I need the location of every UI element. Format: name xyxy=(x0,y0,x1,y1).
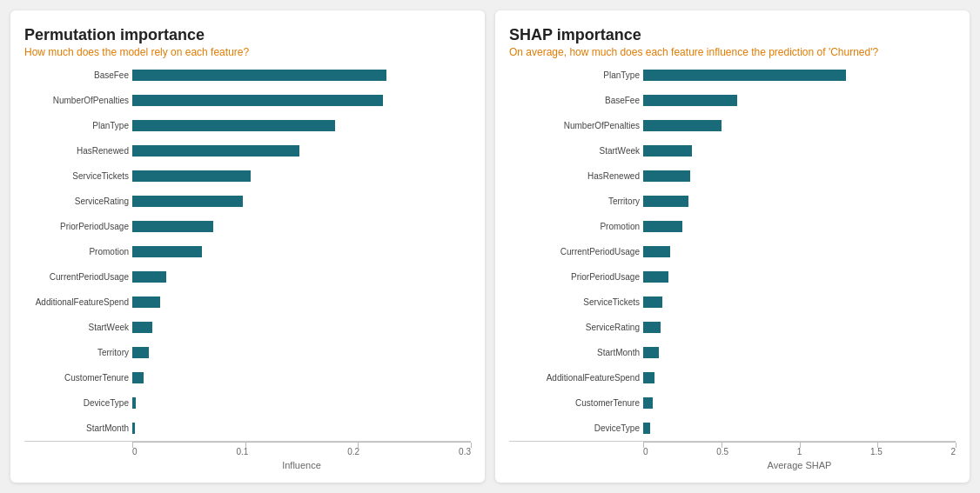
perm-bar-fill xyxy=(132,145,299,157)
perm-bar-fill xyxy=(132,347,149,358)
perm-bar-fill xyxy=(132,95,383,106)
shap-bar-row: ServiceRating xyxy=(509,320,956,336)
perm-bar-track xyxy=(132,221,471,232)
permutation-title-plain: Permutation xyxy=(24,26,120,43)
shap-bar-fill xyxy=(643,170,690,182)
perm-bar-label: ServiceRating xyxy=(24,197,129,206)
perm-bar-label: StartMonth xyxy=(24,423,129,433)
shap-bar-row: NumberOfPenalties xyxy=(509,117,956,133)
shap-bar-fill xyxy=(643,95,737,106)
shap-bar-fill xyxy=(643,271,668,283)
perm-bar-fill xyxy=(132,120,335,131)
perm-bar-label: StartWeek xyxy=(24,323,129,332)
perm-bar-label: PlanType xyxy=(24,121,129,130)
perm-x-tick-0: 0 xyxy=(132,447,138,456)
shap-bar-fill xyxy=(643,372,654,383)
perm-bar-track xyxy=(132,296,471,308)
perm-bar-row: StartWeek xyxy=(24,320,471,336)
perm-bar-fill xyxy=(132,296,160,308)
perm-bar-row: PriorPeriodUsage xyxy=(24,218,471,234)
shap-bar-row: StartMonth xyxy=(509,345,956,361)
shap-chart-area: PlanTypeBaseFeeNumberOfPenaltiesStartWee… xyxy=(509,67,956,470)
shap-bar-label: PlanType xyxy=(509,70,640,80)
permutation-bars: BaseFeeNumberOfPenaltiesPlanTypeHasRenew… xyxy=(24,67,471,437)
shap-x-axis-title: Average SHAP xyxy=(643,460,956,470)
permutation-title-bold: importance xyxy=(120,26,205,43)
perm-bar-label: ServiceTickets xyxy=(24,171,129,181)
shap-bar-track xyxy=(643,70,956,81)
shap-bar-row: BaseFee xyxy=(509,92,956,108)
perm-bar-track xyxy=(132,95,471,106)
perm-bar-row: CustomerTenure xyxy=(24,370,471,386)
perm-bar-row: BaseFee xyxy=(24,67,471,83)
perm-bar-label: HasRenewed xyxy=(24,146,129,156)
perm-bar-fill xyxy=(132,70,386,81)
shap-bar-fill xyxy=(643,322,661,333)
shap-bar-track xyxy=(643,296,956,308)
perm-bar-track xyxy=(132,322,471,333)
perm-bar-track xyxy=(132,145,471,157)
shap-bar-fill xyxy=(643,70,846,81)
perm-bar-fill xyxy=(132,170,251,182)
perm-bar-track xyxy=(132,397,471,409)
perm-bar-fill xyxy=(132,397,136,409)
shap-bar-row: DeviceType xyxy=(509,421,956,436)
perm-x-tick-2: 0.2 xyxy=(347,447,359,456)
permutation-x-axis-title: Influence xyxy=(132,460,471,470)
shap-bar-label: Promotion xyxy=(509,222,640,231)
shap-bars: PlanTypeBaseFeeNumberOfPenaltiesStartWee… xyxy=(509,67,956,437)
perm-bar-label: Promotion xyxy=(24,247,129,256)
shap-bar-fill xyxy=(643,296,662,308)
permutation-importance-card: Permutation importance How much does the… xyxy=(10,10,485,483)
perm-bar-row: StartMonth xyxy=(24,421,471,436)
shap-bar-label: StartMonth xyxy=(509,348,640,357)
shap-bar-label: StartWeek xyxy=(509,146,640,156)
shap-bar-track xyxy=(643,322,956,333)
shap-bar-row: HasRenewed xyxy=(509,168,956,183)
shap-bar-track xyxy=(643,397,956,409)
shap-bar-track xyxy=(643,95,956,106)
shap-bar-fill xyxy=(643,120,722,131)
shap-bar-fill xyxy=(643,347,659,358)
shap-bar-label: ServiceRating xyxy=(509,323,640,332)
perm-bar-label: NumberOfPenalties xyxy=(24,96,129,105)
perm-bar-track xyxy=(132,423,471,434)
perm-bar-fill xyxy=(132,322,152,333)
shap-bar-track xyxy=(643,196,956,207)
perm-bar-track xyxy=(132,70,471,81)
perm-bar-fill xyxy=(132,271,166,283)
shap-bar-row: PriorPeriodUsage xyxy=(509,270,956,285)
shap-bar-row: PlanType xyxy=(509,67,956,83)
perm-bar-row: DeviceType xyxy=(24,396,471,411)
shap-bar-fill xyxy=(643,397,653,409)
perm-bar-row: PlanType xyxy=(24,117,471,133)
shap-x-tick-1: 0.5 xyxy=(716,447,728,456)
shap-x-tick-3: 1.5 xyxy=(870,447,883,456)
perm-bar-track xyxy=(132,246,471,257)
perm-bar-track xyxy=(132,196,471,207)
perm-bar-label: PriorPeriodUsage xyxy=(24,222,129,231)
shap-title-plain: SHAP xyxy=(509,26,557,43)
shap-bar-row: AdditionalFeatureSpend xyxy=(509,370,956,386)
shap-x-tick-2: 1 xyxy=(797,447,802,456)
perm-bar-track xyxy=(132,271,471,283)
perm-bar-row: Promotion xyxy=(24,243,471,259)
permutation-chart-area: BaseFeeNumberOfPenaltiesPlanTypeHasRenew… xyxy=(24,67,471,470)
shap-bar-fill xyxy=(643,246,670,257)
perm-bar-row: ServiceTickets xyxy=(24,168,471,183)
shap-title-bold: importance xyxy=(557,26,641,43)
permutation-title: Permutation importance xyxy=(24,26,471,44)
shap-x-tick-4: 2 xyxy=(950,447,956,456)
perm-bar-row: CurrentPeriodUsage xyxy=(24,270,471,285)
perm-bar-row: AdditionalFeatureSpend xyxy=(24,295,471,310)
shap-bar-label: ServiceTickets xyxy=(509,297,640,307)
perm-bar-track xyxy=(132,372,471,383)
shap-bar-label: Territory xyxy=(509,197,640,206)
perm-bar-track xyxy=(132,347,471,358)
perm-bar-fill xyxy=(132,221,213,232)
shap-bar-track xyxy=(643,221,956,232)
shap-bar-row: StartWeek xyxy=(509,143,956,158)
perm-bar-label: DeviceType xyxy=(24,398,129,408)
perm-x-tick-1: 0.1 xyxy=(236,447,248,456)
perm-bar-track xyxy=(132,120,471,131)
